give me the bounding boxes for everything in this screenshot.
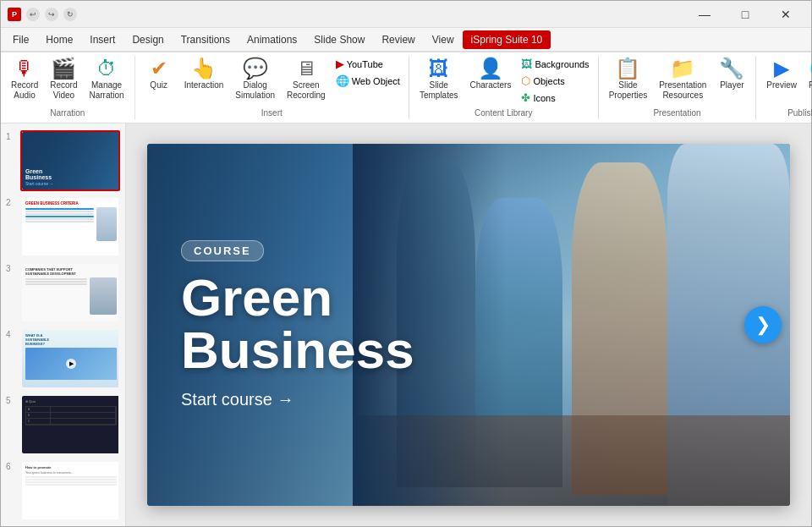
ribbon-group-publish: ▶ Preview 🌐 Publish Publish bbox=[756, 56, 812, 119]
insert-group-label: Insert bbox=[140, 106, 403, 119]
slide6-line4 bbox=[25, 484, 117, 486]
slide-thumb-6[interactable]: 6 How to promote Your green business to … bbox=[6, 460, 120, 521]
slide-image-3[interactable]: COMPANIES THAT SUPPORTSUSTAINABLE DEVELO… bbox=[20, 262, 120, 323]
dialog-button[interactable]: 💬 DialogSimulation bbox=[230, 56, 280, 103]
player-button[interactable]: 🔧 Player bbox=[713, 56, 750, 93]
slide1-title: GreenBusiness bbox=[25, 168, 117, 181]
backgrounds-button[interactable]: 🖼 Backgrounds bbox=[518, 56, 592, 72]
slide2-line bbox=[25, 208, 94, 210]
content-library-buttons: 🖼 SlideTemplates 👤 Characters 🖼 Backgrou… bbox=[414, 56, 593, 106]
publish-label: Publish bbox=[809, 80, 812, 91]
main-content: 1 GreenBusiness Start course → 2 bbox=[1, 124, 811, 526]
web-object-button[interactable]: 🌐 Web Object bbox=[332, 73, 403, 89]
next-slide-button[interactable]: ❯ bbox=[744, 306, 782, 343]
slide-image-2[interactable]: GREEN BUSINESS CRITERIA bbox=[20, 196, 120, 257]
menu-design[interactable]: Design bbox=[123, 30, 172, 49]
menu-view[interactable]: View bbox=[424, 30, 463, 49]
screen-recording-label: ScreenRecording bbox=[287, 80, 326, 101]
slide-properties-button[interactable]: 📋 SlideProperties bbox=[604, 56, 653, 103]
menu-slideshow[interactable]: Slide Show bbox=[305, 30, 373, 49]
ribbon-group-narration: 🎙 RecordAudio 🎬 RecordVideo ⏱ ManageNarr… bbox=[1, 56, 135, 119]
web-object-icon: 🌐 bbox=[336, 74, 349, 87]
presentation-resources-button[interactable]: 📁 PresentationResources bbox=[654, 56, 711, 103]
menu-transitions[interactable]: Transitions bbox=[173, 30, 239, 49]
slide-templates-icon: 🖼 bbox=[429, 58, 449, 79]
slide-image-5[interactable]: ⊕ Quiz A B C bbox=[20, 394, 120, 455]
minimize-button[interactable]: — bbox=[686, 3, 723, 26]
close-button[interactable]: ✕ bbox=[767, 3, 804, 26]
menu-file[interactable]: File bbox=[4, 30, 37, 49]
backgrounds-label: Backgrounds bbox=[535, 59, 589, 69]
slide-badge: COURSE bbox=[181, 240, 264, 261]
youtube-button[interactable]: ▶ YouTube bbox=[332, 56, 403, 72]
undo-button[interactable]: ↩ bbox=[26, 8, 40, 21]
quiz-button[interactable]: ✔ Quiz bbox=[140, 56, 178, 93]
slide5-row2: B bbox=[26, 413, 116, 419]
youtube-icon: ▶ bbox=[336, 58, 344, 70]
publish-button[interactable]: 🌐 Publish bbox=[804, 56, 812, 93]
slide-properties-label: SlideProperties bbox=[609, 80, 648, 101]
menu-home[interactable]: Home bbox=[37, 30, 81, 49]
icons-button[interactable]: ✤ Icons bbox=[518, 90, 592, 106]
slide-image-6[interactable]: How to promote Your green business to co… bbox=[20, 460, 120, 521]
menu-bar: File Home Insert Design Transitions Anim… bbox=[1, 28, 811, 52]
preview-button[interactable]: ▶ Preview bbox=[761, 56, 802, 93]
play-button-icon: ▶ bbox=[66, 359, 76, 369]
slide-thumb-5[interactable]: 5 ⊕ Quiz A B bbox=[6, 394, 120, 455]
slide-templates-button[interactable]: 🖼 SlideTemplates bbox=[414, 56, 464, 103]
slide2-person-img bbox=[96, 207, 117, 241]
presentation-resources-label: PresentationResources bbox=[659, 80, 706, 101]
refresh-button[interactable]: ↻ bbox=[63, 8, 77, 21]
slide5-cell6 bbox=[51, 419, 116, 424]
slide3-content bbox=[25, 277, 117, 315]
menu-insert[interactable]: Insert bbox=[81, 30, 123, 49]
title-bar: P ↩ ↪ ↻ — □ ✕ bbox=[1, 1, 811, 28]
menu-ispring[interactable]: iSpring Suite 10 bbox=[463, 30, 551, 49]
slide-templates-label: SlideTemplates bbox=[420, 80, 458, 101]
objects-label: Objects bbox=[533, 76, 564, 86]
slide-cta-text: Start course → bbox=[181, 390, 294, 409]
app-icon: P bbox=[8, 8, 21, 21]
slide3-person bbox=[90, 277, 117, 315]
slide-thumb-2[interactable]: 2 GREEN BUSINESS CRITERIA bbox=[6, 196, 120, 257]
slide2-line4 bbox=[25, 216, 94, 217]
menu-review[interactable]: Review bbox=[373, 30, 423, 49]
slides-panel: 1 GreenBusiness Start course → 2 bbox=[1, 124, 126, 526]
slide-properties-icon: 📋 bbox=[615, 58, 640, 79]
slide-thumb-1[interactable]: 1 GreenBusiness Start course → bbox=[6, 130, 120, 191]
slide5-cell2 bbox=[51, 407, 116, 412]
slide-area: COURSE Green Business Start course → ❯ bbox=[126, 124, 811, 526]
characters-button[interactable]: 👤 Characters bbox=[465, 56, 517, 93]
slide6-line1 bbox=[25, 476, 117, 478]
slide-image-4[interactable]: WHAT IS ASUSTAINABLEBUSINESS? ▶ bbox=[20, 328, 120, 389]
slide5-cell3: B bbox=[26, 413, 51, 418]
redo-button[interactable]: ↪ bbox=[45, 8, 58, 21]
record-video-button[interactable]: 🎬 RecordVideo bbox=[45, 56, 82, 103]
menu-animations[interactable]: Animations bbox=[239, 30, 305, 49]
slide1-sub: Start course → bbox=[25, 181, 117, 186]
record-audio-icon: 🎙 bbox=[14, 58, 35, 79]
maximize-button[interactable]: □ bbox=[727, 3, 764, 26]
ribbon: 🎙 RecordAudio 🎬 RecordVideo ⏱ ManageNarr… bbox=[1, 52, 811, 124]
slide-title-line1: Green bbox=[181, 268, 332, 327]
slide-thumb-4[interactable]: 4 WHAT IS ASUSTAINABLEBUSINESS? ▶ bbox=[6, 328, 120, 389]
slide2-line3 bbox=[25, 213, 94, 215]
title-bar-left: P ↩ ↪ ↻ bbox=[8, 8, 77, 21]
slide-thumb-3[interactable]: 3 COMPANIES THAT SUPPORTSUSTAINABLE DEVE… bbox=[6, 262, 120, 323]
player-icon: 🔧 bbox=[719, 58, 744, 79]
interaction-button[interactable]: 👆 Interaction bbox=[179, 56, 229, 93]
slide5-row1: A bbox=[26, 407, 116, 413]
record-video-icon: 🎬 bbox=[51, 58, 76, 79]
preview-icon: ▶ bbox=[774, 58, 789, 79]
record-audio-button[interactable]: 🎙 RecordAudio bbox=[6, 56, 43, 103]
characters-label: Characters bbox=[470, 80, 512, 91]
objects-button[interactable]: ⬡ Objects bbox=[518, 73, 592, 89]
slide6-title: How to promote bbox=[25, 465, 117, 469]
slide-cta[interactable]: Start course → bbox=[181, 390, 756, 409]
slide3-line3 bbox=[25, 283, 87, 285]
slide-preview-1: GreenBusiness Start course → bbox=[22, 132, 120, 189]
manage-narration-button[interactable]: ⏱ ManageNarration bbox=[85, 56, 129, 103]
screen-recording-button[interactable]: 🖥 ScreenRecording bbox=[282, 56, 331, 103]
slide5-table: A B C bbox=[25, 406, 117, 425]
slide-image-1[interactable]: GreenBusiness Start course → bbox=[20, 130, 120, 191]
